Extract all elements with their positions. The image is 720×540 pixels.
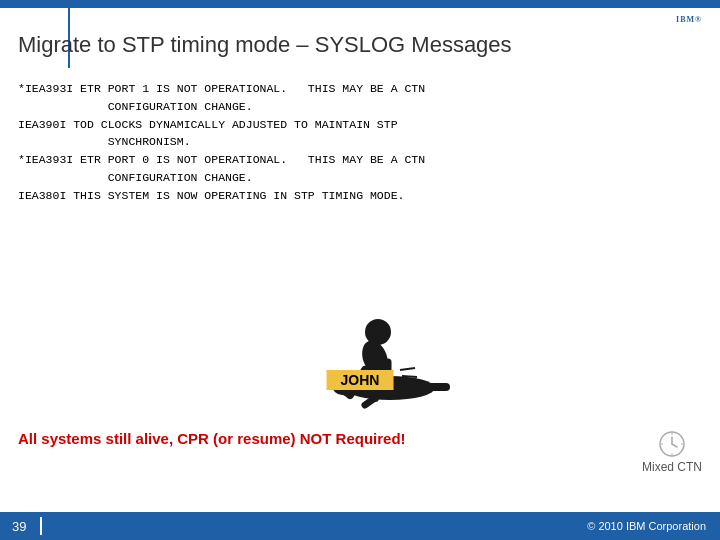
mixed-ctn-text: Mixed CTN	[642, 460, 702, 474]
svg-line-17	[672, 444, 677, 447]
svg-line-11	[365, 398, 375, 405]
ibm-logo: IBM®	[676, 10, 702, 36]
svg-line-13	[402, 376, 417, 377]
syslog-messages: *IEA393I ETR PORT 1 IS NOT OPERATIONAL. …	[18, 80, 702, 205]
footer-bar: 39 © 2010 IBM Corporation	[0, 512, 720, 540]
main-content: *IEA393I ETR PORT 1 IS NOT OPERATIONAL. …	[18, 80, 702, 205]
john-label: JOHN	[327, 370, 394, 390]
cpr-illustration	[260, 280, 460, 430]
footer-divider	[40, 517, 42, 535]
svg-rect-2	[415, 383, 450, 391]
mixed-ctn-label: Mixed CTN	[642, 430, 702, 474]
svg-line-12	[400, 368, 415, 370]
bottom-message: All systems still alive, CPR (or resume)…	[18, 430, 406, 447]
clock-icon	[658, 430, 686, 458]
page-number: 39	[12, 519, 26, 534]
footer-copyright: © 2010 IBM Corporation	[587, 520, 706, 532]
top-bar	[0, 0, 720, 8]
ibm-logo-text: IBM	[676, 15, 695, 24]
page-title: Migrate to STP timing mode – SYSLOG Mess…	[18, 32, 512, 58]
